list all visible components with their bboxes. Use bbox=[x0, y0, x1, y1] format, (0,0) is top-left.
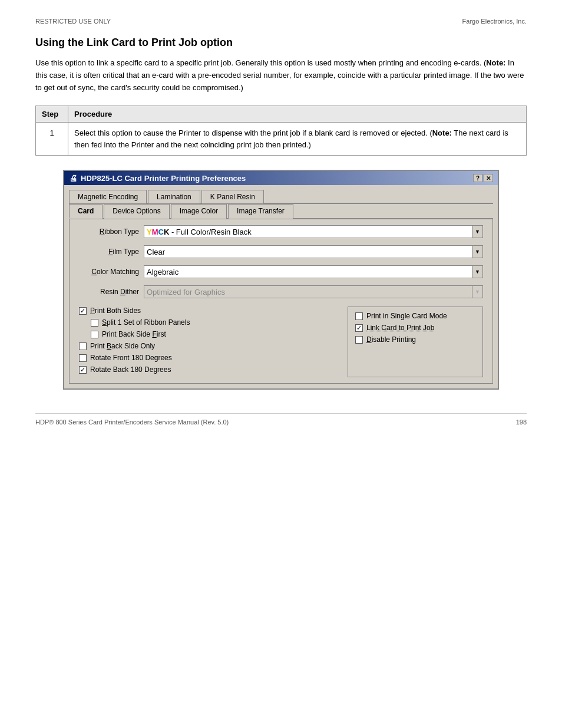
resin-dither-value: Optimized for Graphics bbox=[147, 288, 225, 297]
checkbox-rotate-front-label: Rotate Front 180 Degrees bbox=[90, 354, 172, 362]
section-title: Using the Link Card to Print Job option bbox=[35, 37, 527, 49]
film-type-arrow[interactable]: ▼ bbox=[472, 246, 482, 258]
film-type-value: Clear bbox=[147, 248, 165, 256]
checkbox-disable-printing[interactable]: Disable Printing bbox=[355, 335, 475, 344]
checkbox-split-ribbon-box[interactable] bbox=[91, 319, 98, 327]
tab-image-transfer[interactable]: Image Transfer bbox=[228, 204, 293, 219]
resin-dither-label: Resin Dither bbox=[79, 288, 144, 296]
close-button[interactable]: ✕ bbox=[484, 174, 493, 182]
dialog-icon: 🖨 bbox=[69, 173, 77, 183]
checkbox-split-ribbon-label: Split 1 Set of Ribbon Panels bbox=[102, 318, 190, 327]
ribbon-type-label: Ribbon Type bbox=[79, 228, 144, 236]
col-step: Step bbox=[36, 106, 68, 123]
checkbox-print-back-only[interactable]: Print Back Side Only bbox=[79, 342, 336, 350]
checkbox-single-card-mode-label: Print in Single Card Mode bbox=[366, 312, 447, 320]
checkboxes-section: Print Both Sides Split 1 Set of Ribbon P… bbox=[79, 307, 483, 377]
ribbon-type-arrow[interactable]: ▼ bbox=[472, 226, 482, 238]
tab-image-color[interactable]: Image Color bbox=[171, 204, 227, 219]
checkbox-single-card-mode[interactable]: Print in Single Card Mode bbox=[355, 312, 475, 320]
step-procedure: Select this option to cause the Printer … bbox=[68, 123, 527, 156]
checkbox-rotate-front-box[interactable] bbox=[79, 354, 87, 362]
footer-left: HDP® 800 Series Card Printer/Encoders Se… bbox=[35, 419, 229, 426]
checkbox-link-card-box[interactable] bbox=[355, 324, 363, 332]
ribbon-type-row: Ribbon Type YMCK - Full Color/Resin Blac… bbox=[79, 225, 483, 238]
film-type-row: Film Type Clear ▼ bbox=[79, 245, 483, 258]
tab-row-1: Magnetic Encoding Lamination K Panel Res… bbox=[69, 190, 493, 204]
checkbox-left-column: Print Both Sides Split 1 Set of Ribbon P… bbox=[79, 307, 336, 377]
ribbon-type-value: YMCK - Full Color/Resin Black bbox=[147, 228, 252, 236]
checkbox-disable-printing-box[interactable] bbox=[355, 336, 363, 344]
checkbox-print-both-sides[interactable]: Print Both Sides bbox=[79, 307, 336, 315]
tab-card[interactable]: Card bbox=[69, 204, 103, 219]
step-number: 1 bbox=[36, 123, 68, 156]
tab-device-options[interactable]: Device Options bbox=[104, 204, 169, 219]
panel-body: Ribbon Type YMCK - Full Color/Resin Blac… bbox=[69, 219, 493, 384]
checkbox-print-back-first[interactable]: Print Back Side First bbox=[91, 330, 336, 338]
checkbox-print-both-sides-box[interactable] bbox=[79, 307, 87, 315]
dialog-title: HDP825-LC Card Printer Printing Preferen… bbox=[81, 174, 246, 183]
footer-right: 198 bbox=[516, 419, 527, 426]
color-matching-select[interactable]: Algebraic ▼ bbox=[144, 265, 483, 278]
help-button[interactable]: ? bbox=[473, 174, 482, 182]
color-matching-label: Color Matching bbox=[79, 268, 144, 276]
resin-dither-row: Resin Dither Optimized for Graphics ▼ bbox=[79, 285, 483, 298]
checkbox-split-ribbon[interactable]: Split 1 Set of Ribbon Panels bbox=[91, 318, 336, 327]
dialog-titlebar: 🖨 HDP825-LC Card Printer Printing Prefer… bbox=[64, 171, 498, 185]
checkbox-rotate-front[interactable]: Rotate Front 180 Degrees bbox=[79, 354, 336, 362]
tab-k-panel-resin[interactable]: K Panel Resin bbox=[201, 190, 264, 203]
resin-dither-select: Optimized for Graphics ▼ bbox=[144, 285, 483, 298]
checkbox-disable-printing-label: Disable Printing bbox=[366, 335, 416, 344]
tab-lamination[interactable]: Lamination bbox=[148, 190, 200, 203]
dialog-window: 🖨 HDP825-LC Card Printer Printing Prefer… bbox=[63, 170, 499, 390]
checkbox-print-back-first-box[interactable] bbox=[91, 331, 98, 338]
film-type-select[interactable]: Clear ▼ bbox=[144, 245, 483, 258]
film-type-label: Film Type bbox=[79, 248, 144, 256]
ribbon-type-select[interactable]: YMCK - Full Color/Resin Black ▼ bbox=[144, 225, 483, 238]
checkbox-print-back-only-label: Print Back Side Only bbox=[90, 342, 155, 350]
color-matching-value: Algebraic bbox=[147, 268, 178, 276]
tab-row-2: Card Device Options Image Color Image Tr… bbox=[69, 204, 493, 219]
footer: HDP® 800 Series Card Printer/Encoders Se… bbox=[35, 413, 527, 426]
col-procedure: Procedure bbox=[68, 106, 527, 123]
checkbox-single-card-mode-box[interactable] bbox=[355, 312, 363, 320]
header-left: RESTRICTED USE ONLY bbox=[35, 18, 111, 25]
checkbox-link-card-label: Link Card to Print Job bbox=[366, 324, 434, 332]
checkbox-link-card[interactable]: Link Card to Print Job bbox=[355, 324, 475, 332]
checkbox-print-back-only-box[interactable] bbox=[79, 342, 87, 350]
tab-magnetic-encoding[interactable]: Magnetic Encoding bbox=[69, 190, 147, 203]
intro-text: Use this option to link a specific card … bbox=[35, 57, 527, 94]
dialog-titlebar-icons: ? ✕ bbox=[473, 174, 493, 182]
resin-dither-arrow: ▼ bbox=[472, 286, 482, 298]
table-row: 1 Select this option to cause the Printe… bbox=[36, 123, 527, 156]
color-matching-arrow[interactable]: ▼ bbox=[472, 266, 482, 278]
procedure-table: Step Procedure 1 Select this option to c… bbox=[35, 106, 527, 156]
checkbox-rotate-back[interactable]: Rotate Back 180 Degrees bbox=[79, 365, 336, 374]
checkbox-rotate-back-label: Rotate Back 180 Degrees bbox=[90, 365, 171, 374]
checkbox-right-column: Print in Single Card Mode Link Card to P… bbox=[348, 307, 483, 377]
header-right: Fargo Electronics, Inc. bbox=[462, 18, 527, 25]
color-matching-row: Color Matching Algebraic ▼ bbox=[79, 265, 483, 278]
checkbox-print-both-sides-label: Print Both Sides bbox=[90, 307, 141, 315]
checkbox-print-back-first-label: Print Back Side First bbox=[102, 330, 166, 338]
checkbox-rotate-back-box[interactable] bbox=[79, 366, 87, 374]
